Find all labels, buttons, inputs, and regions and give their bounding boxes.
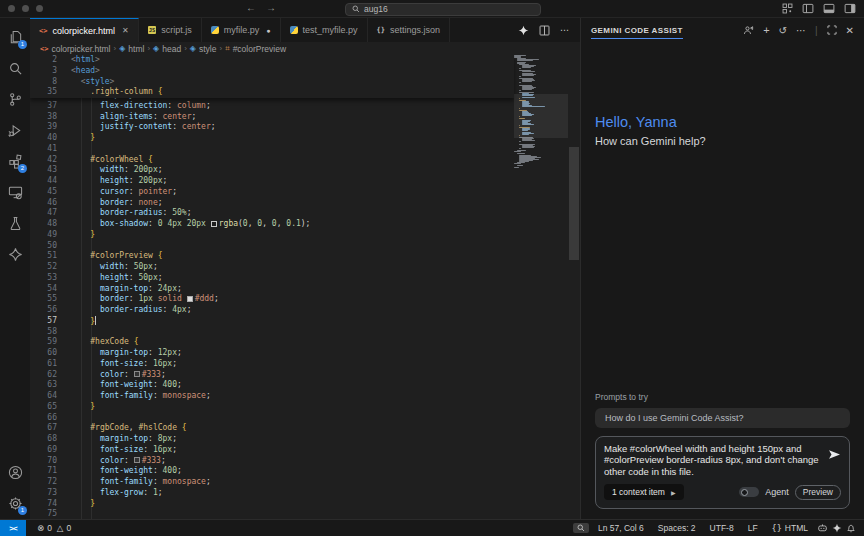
code-line-55[interactable]: 55 border: 1px solid #ddd; — [30, 294, 514, 305]
toggle-secondary-sidebar-icon[interactable] — [844, 3, 856, 14]
prompt-suggestion-card[interactable]: How do I use Gemini Code Assist? — [595, 408, 850, 428]
new-chat-icon[interactable]: + — [763, 24, 769, 36]
code-line-69[interactable]: 69 font-size: 16px; — [30, 445, 514, 456]
code-line-49[interactable]: 49 } — [30, 230, 514, 241]
breadcrumb-item-#colorPreview[interactable]: ⌗#colorPreview — [225, 44, 286, 54]
code-line-2[interactable]: 2<html> — [30, 55, 514, 66]
close-window-icon[interactable] — [8, 5, 15, 12]
scrollbar-thumb[interactable] — [569, 147, 579, 260]
breadcrumb-item-style[interactable]: ◈style — [190, 44, 217, 54]
minimap-viewport[interactable] — [514, 94, 568, 138]
command-center-search[interactable]: aug16 — [345, 3, 541, 16]
tab-settings.json[interactable]: {}settings.json — [368, 18, 450, 42]
code-line-62[interactable]: 62 color: #333; — [30, 370, 514, 381]
code-line-58[interactable]: 58 — [30, 327, 514, 338]
breadcrumb-item-colorpicker.html[interactable]: <>colorpicker.html — [40, 44, 111, 54]
language-mode[interactable]: {} HTML — [767, 523, 813, 533]
source-control-icon[interactable] — [0, 84, 30, 115]
code-line-39[interactable]: 39 justify-content: center; — [30, 122, 514, 133]
code-line-52[interactable]: 52 width: 50px; — [30, 262, 514, 273]
history-back-icon[interactable]: ← — [246, 2, 256, 13]
window-traffic-lights[interactable] — [8, 5, 43, 12]
code-line-60[interactable]: 60 margin-top: 12px; — [30, 348, 514, 359]
code-line-63[interactable]: 63 font-weight: 400; — [30, 380, 514, 391]
code-line-35[interactable]: 35 .right-column { — [30, 87, 514, 98]
remote-indicator[interactable]: >< — [0, 520, 26, 536]
code-line-65[interactable]: 65 } — [30, 402, 514, 413]
code-line-71[interactable]: 71 font-weight: 400; — [30, 466, 514, 477]
code-line-47[interactable]: 47 border-radius: 50%; — [30, 208, 514, 219]
minimap[interactable] — [514, 55, 568, 519]
close-panel-icon[interactable]: ✕ — [846, 25, 854, 36]
sparkle-status-icon[interactable] — [832, 523, 842, 533]
panel-more-icon[interactable]: ⋯ — [796, 25, 806, 36]
problems-indicator[interactable]: ⊗0 △0 — [32, 523, 76, 533]
code-line-73[interactable]: 73 flex-grow: 1; — [30, 488, 514, 499]
code-line-59[interactable]: 59 #hexCode { — [30, 337, 514, 348]
code-line-56[interactable]: 56 border-radius: 4px; — [30, 305, 514, 316]
notifications-bell-icon[interactable] — [846, 523, 856, 533]
search-view-icon[interactable] — [0, 53, 30, 84]
testing-icon[interactable] — [0, 208, 30, 239]
editor-scrollbar[interactable] — [568, 55, 580, 519]
history-icon[interactable]: ↺ — [779, 25, 787, 36]
code-line-48[interactable]: 48 box-shadow: 0 4px 20px rgba(0, 0, 0, … — [30, 219, 514, 230]
code-line-42[interactable]: 42 #colorWheel { — [30, 155, 514, 166]
code-line-44[interactable]: 44 height: 200px; — [30, 176, 514, 187]
code-line-50[interactable]: 50 — [30, 241, 514, 252]
code-line-37[interactable]: 37 flex-direction: column; — [30, 101, 514, 112]
code-line-46[interactable]: 46 border: none; — [30, 198, 514, 209]
maximize-window-icon[interactable] — [36, 5, 43, 12]
code-line-64[interactable]: 64 font-family: monospace; — [30, 391, 514, 402]
expand-icon[interactable] — [827, 25, 837, 35]
code-line-74[interactable]: 74 } — [30, 499, 514, 510]
breadcrumb-item-html[interactable]: ◈html — [119, 44, 144, 54]
code-line-75[interactable]: 75 — [30, 509, 514, 519]
extensions-icon[interactable]: 2 — [0, 146, 30, 177]
code-line-45[interactable]: 45 cursor: pointer; — [30, 187, 514, 198]
code-line-40[interactable]: 40 } — [30, 133, 514, 144]
account-icon[interactable] — [0, 457, 30, 488]
gemini-view-icon[interactable] — [0, 239, 30, 270]
toggle-primary-sidebar-icon[interactable] — [802, 3, 814, 14]
code-line-72[interactable]: 72 font-family: monospace; — [30, 477, 514, 488]
code-line-38[interactable]: 38 align-items: center; — [30, 112, 514, 123]
feedback-icon[interactable] — [743, 25, 754, 36]
code-line-41[interactable]: 41 — [30, 144, 514, 155]
tab-test_myfile.py[interactable]: test_myfile.py — [281, 18, 368, 42]
breadcrumb-item-head[interactable]: ◈head — [153, 44, 181, 54]
customize-layout-icon[interactable] — [782, 3, 793, 14]
code-line-66[interactable]: 66 — [30, 413, 514, 424]
code-line-67[interactable]: 67 #rgbCode, #hslCode { — [30, 423, 514, 434]
tab-myfile.py[interactable]: myfile.py● — [202, 18, 281, 42]
tab-script.js[interactable]: JSscript.js — [139, 18, 202, 42]
code-line-54[interactable]: 54 margin-top: 24px; — [30, 284, 514, 295]
split-editor-icon[interactable] — [539, 25, 550, 36]
eol-sequence[interactable]: LF — [743, 523, 763, 533]
code-line-70[interactable]: 70 color: #333; — [30, 456, 514, 467]
toggle-panel-icon[interactable] — [823, 3, 835, 14]
gemini-chat-input[interactable]: Make #colorWheel width and height 150px … — [604, 443, 822, 478]
code-line-8[interactable]: 8 <style> — [30, 77, 514, 88]
code-line-43[interactable]: 43 width: 200px; — [30, 165, 514, 176]
agent-toggle[interactable] — [739, 487, 759, 497]
code-line-51[interactable]: 51 #colorPreview { — [30, 251, 514, 262]
minimize-window-icon[interactable] — [22, 5, 29, 12]
send-icon[interactable] — [828, 449, 841, 460]
code-editor[interactable]: 36 display: flex;37 flex-direction: colu… — [30, 55, 580, 519]
code-line-68[interactable]: 68 margin-top: 8px; — [30, 434, 514, 445]
indentation[interactable]: Spaces: 2 — [653, 523, 701, 533]
cursor-position[interactable]: Ln 57, Col 6 — [593, 523, 649, 533]
code-line-3[interactable]: 3<head> — [30, 66, 514, 77]
code-line-57[interactable]: 57 } — [30, 316, 514, 327]
copilot-icon[interactable] — [817, 523, 828, 533]
close-tab-icon[interactable]: ✕ — [122, 26, 129, 35]
remote-explorer-icon[interactable] — [0, 177, 30, 208]
zoom-status-icon[interactable] — [573, 523, 589, 533]
more-actions-icon[interactable]: ⋯ — [560, 25, 570, 35]
encoding[interactable]: UTF-8 — [705, 523, 739, 533]
context-items-button[interactable]: 1 context item ▶ — [604, 484, 684, 500]
code-line-61[interactable]: 61 font-size: 16px; — [30, 359, 514, 370]
explorer-icon[interactable]: 1 — [0, 22, 30, 53]
settings-gear-icon[interactable]: 1 — [0, 488, 30, 519]
